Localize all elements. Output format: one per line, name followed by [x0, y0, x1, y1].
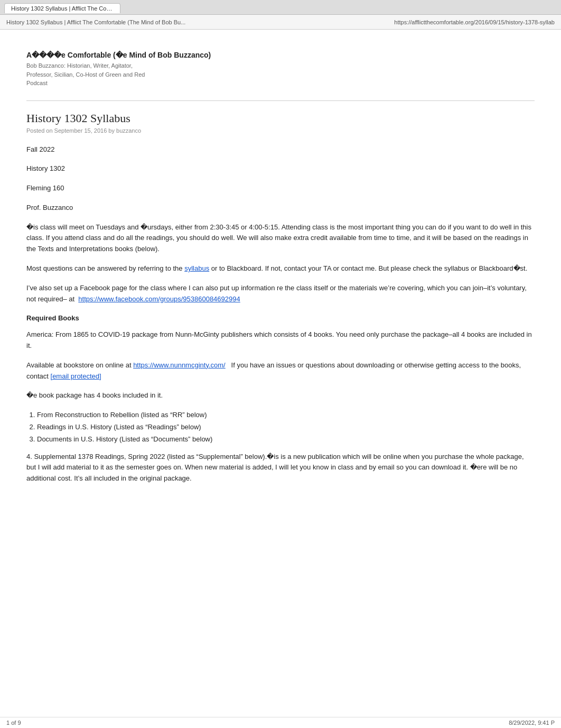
blog-subtitle-line3: Podcast: [26, 80, 48, 86]
post-body: Fall 2022 History 1302 Fleming 160 Prof.…: [26, 144, 535, 485]
tab-title: History 1302 Syllabus | Afflict The Comf…: [11, 5, 120, 12]
course-number: History 1302: [26, 164, 65, 172]
blog-subtitle-line1: Bob Buzzanco: Historian, Writer, Agitato…: [26, 62, 133, 69]
blog-site-title[interactable]: A����e Comfortable (�e Mind of Bob Buzza…: [26, 51, 535, 59]
para-prof: Prof. Buzzanco: [26, 202, 535, 214]
america-book-text: America: From 1865 to COVID-19 package f…: [26, 330, 532, 349]
para-room: Fleming 160: [26, 183, 535, 194]
facebook-link[interactable]: https://www.facebook.com/groups/95386008…: [78, 295, 240, 303]
para-course: History 1302: [26, 163, 535, 174]
list-item-2: Readings in U.S. History (Listed as “Rea…: [37, 423, 201, 431]
para-fall: Fall 2022: [26, 144, 535, 155]
post-meta: Posted on September 15, 2016 by buzzanco: [26, 127, 535, 134]
professor-name: Prof. Buzzanco: [26, 204, 73, 211]
header-divider: [26, 100, 535, 101]
blog-header: A����e Comfortable (�e Mind of Bob Buzza…: [26, 51, 535, 88]
para-questions: Most questions can be answered by referr…: [26, 263, 535, 274]
para-class-schedule: �is class will meet on Tuesdays and �urs…: [26, 222, 535, 255]
post-title: History 1302 Syllabus: [26, 112, 535, 125]
browser-tab-bar: History 1302 Syllabus | Afflict The Comf…: [0, 0, 561, 15]
nunn-mcginty-link[interactable]: https://www.nunnmcginty.com/: [133, 361, 226, 369]
syllabus-link[interactable]: syllabus: [184, 264, 209, 272]
book-list: From Reconstruction to Rebellion (listed…: [37, 410, 535, 445]
para-book-package: �e book package has 4 books included in …: [26, 390, 535, 401]
post-meta-text: Posted on September 15, 2016 by: [26, 127, 115, 134]
list-item: Readings in U.S. History (Listed as “Rea…: [37, 422, 535, 433]
fall-semester: Fall 2022: [26, 145, 54, 153]
blog-subtitle: Bob Buzzanco: Historian, Writer, Agitato…: [26, 61, 535, 88]
class-schedule-text: �is class will meet on Tuesdays and �urs…: [26, 223, 531, 253]
available-pre: Available at bookstore on online at: [26, 361, 133, 369]
browser-tab[interactable]: History 1302 Syllabus | Afflict The Comf…: [4, 3, 120, 13]
page-content: A����e Comfortable (�e Mind of Bob Buzza…: [0, 30, 561, 514]
footer-datetime: 8/29/2022, 9:41 P: [509, 720, 555, 726]
blog-subtitle-line2: Professor, Sicilian, Co-Host of Green an…: [26, 71, 145, 78]
address-left-text: History 1302 Syllabus | Afflict The Comf…: [6, 19, 185, 25]
blog-title-text: A����e Comfortable (�e Mind of Bob Buzza…: [26, 51, 211, 59]
list-item: Documents in U.S. History (Listed as “Do…: [37, 434, 535, 445]
para-facebook: I’ve also set up a Facebook page for the…: [26, 283, 535, 305]
list-item-3: Documents in U.S. History (Listed as “Do…: [37, 435, 212, 443]
room-number: Fleming 160: [26, 184, 64, 192]
email-link[interactable]: [email protected]: [51, 372, 101, 380]
supplemental-pre: 4. Supplemental 1378 Readings, Spring 20…: [26, 453, 267, 460]
list-item-1: From Reconstruction to Rebellion (listed…: [37, 411, 207, 419]
post-author-link[interactable]: buzzanco: [116, 127, 141, 134]
para-supplemental: 4. Supplemental 1378 Readings, Spring 20…: [26, 451, 535, 484]
para-available: Available at bookstore on online at http…: [26, 360, 535, 382]
questions-post: or to Blackboard. If not, contact your T…: [209, 264, 527, 272]
browser-address-bar: History 1302 Syllabus | Afflict The Comf…: [0, 15, 561, 30]
page-number: 1 of 9: [6, 720, 21, 726]
page-footer: 1 of 9 8/29/2022, 9:41 P: [0, 717, 561, 728]
required-books-heading: Required Books: [26, 313, 535, 324]
para-america-book: America: From 1865 to COVID-19 package f…: [26, 329, 535, 352]
questions-pre: Most questions can be answered by referr…: [26, 264, 184, 272]
address-url: https://afflictthecomfortable.org/2016/0…: [394, 19, 555, 25]
list-item: From Reconstruction to Rebellion (listed…: [37, 410, 535, 421]
